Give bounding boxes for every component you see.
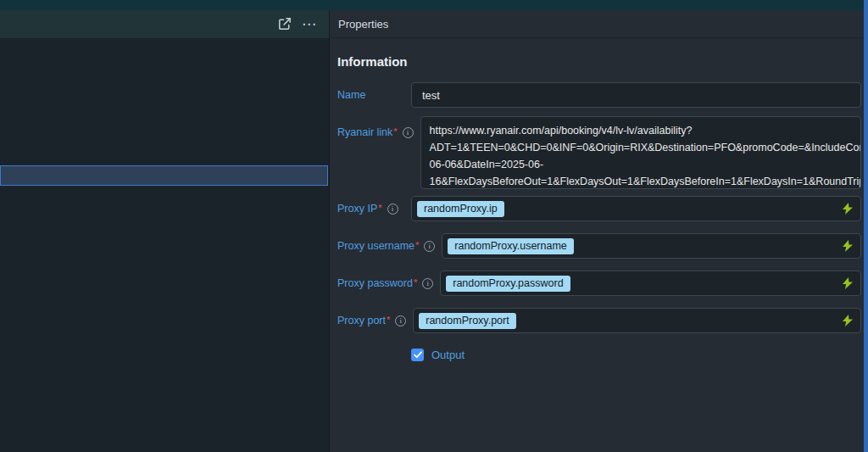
proxy-password-chip[interactable]: randomProxy.password — [446, 276, 570, 292]
dynamic-value-icon[interactable] — [843, 277, 853, 289]
field-proxy-port: Proxy port randomProxy.port — [337, 308, 861, 333]
proxy-password-label: Proxy password — [337, 277, 417, 289]
ryanair-link-input[interactable]: https://www.ryanair.com/api/booking/v4/l… — [420, 116, 861, 189]
proxy-port-label: Proxy port — [337, 315, 390, 326]
app-top-strip — [0, 0, 868, 10]
info-icon[interactable] — [395, 315, 406, 326]
ryanair-link-label-zone: Ryanair link — [337, 116, 420, 138]
proxy-ip-label: Proxy IP — [337, 203, 382, 215]
selected-node[interactable] — [0, 165, 328, 186]
proxy-password-label-zone: Proxy password — [337, 277, 440, 289]
dynamic-value-icon[interactable] — [843, 203, 853, 215]
name-label: Name — [337, 89, 365, 101]
info-icon[interactable] — [403, 127, 414, 138]
proxy-ip-input[interactable]: randomProxy.ip — [411, 196, 861, 221]
dynamic-value-icon[interactable] — [843, 315, 853, 326]
field-ryanair-link: Ryanair link https://www.ryanair.com/api… — [337, 116, 861, 189]
field-proxy-username: Proxy username randomProxy.username — [337, 233, 861, 259]
info-icon[interactable] — [424, 241, 435, 252]
output-checkbox[interactable] — [411, 349, 424, 361]
field-proxy-password: Proxy password randomProxy.password — [337, 271, 861, 296]
proxy-ip-label-zone: Proxy IP — [337, 203, 411, 215]
more-options-icon[interactable]: ⋯ — [298, 14, 320, 35]
proxy-port-label-zone: Proxy port — [337, 315, 413, 326]
share-icon[interactable] — [273, 14, 295, 35]
properties-panel: Information Name Ryanair link https://ww… — [329, 38, 868, 452]
output-label: Output — [431, 349, 465, 361]
field-proxy-ip: Proxy IP randomProxy.ip — [337, 196, 861, 221]
properties-header: Properties — [329, 10, 868, 38]
name-input[interactable] — [411, 82, 861, 108]
proxy-username-label-zone: Proxy username — [337, 240, 442, 252]
field-name: Name — [337, 82, 861, 108]
proxy-username-chip[interactable]: randomProxy.username — [448, 238, 573, 254]
proxy-ip-chip[interactable]: randomProxy.ip — [417, 201, 504, 217]
canvas-toolbar: ⋯ — [0, 10, 329, 38]
dynamic-value-icon[interactable] — [843, 240, 853, 252]
name-label-zone: Name — [337, 89, 411, 101]
right-edge-strip[interactable] — [864, 0, 868, 452]
field-output: Output — [337, 345, 861, 364]
proxy-username-input[interactable]: randomProxy.username — [442, 233, 861, 259]
info-icon[interactable] — [422, 278, 433, 289]
info-icon[interactable] — [387, 204, 398, 215]
proxy-port-input[interactable]: randomProxy.port — [413, 308, 861, 333]
proxy-password-input[interactable]: randomProxy.password — [440, 271, 861, 296]
proxy-port-chip[interactable]: randomProxy.port — [419, 313, 515, 329]
ryanair-link-label: Ryanair link — [337, 126, 398, 138]
properties-title: Properties — [338, 18, 388, 31]
proxy-username-label: Proxy username — [337, 240, 419, 252]
section-title: Information — [337, 54, 408, 69]
flow-canvas[interactable] — [0, 38, 329, 452]
